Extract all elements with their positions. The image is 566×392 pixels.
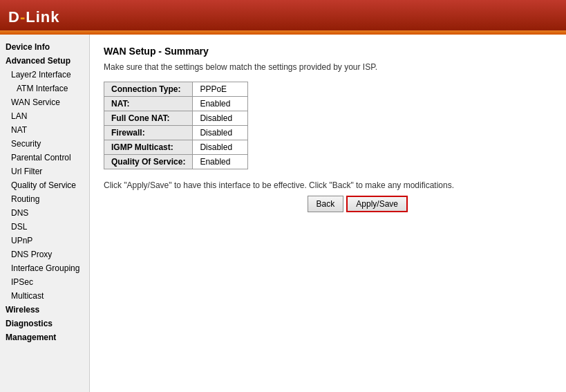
table-row: Quality Of Service:Enabled — [104, 155, 248, 169]
apply-save-button[interactable]: Apply/Save — [346, 196, 408, 212]
table-row: Firewall:Disabled — [104, 126, 248, 140]
sidebar-item-dsl[interactable]: DSL — [0, 220, 89, 234]
back-button[interactable]: Back — [308, 196, 344, 212]
sidebar-item-layer2-interface[interactable]: Layer2 Interface — [0, 68, 89, 82]
sidebar-item-upnp[interactable]: UPnP — [0, 234, 89, 248]
sidebar-item-wireless[interactable]: Wireless — [0, 303, 89, 317]
sidebar: Device InfoAdvanced SetupLayer2 Interfac… — [0, 35, 90, 392]
sidebar-item-atm-interface[interactable]: ATM Interface — [0, 82, 89, 95]
page-subtitle: Make sure that the settings below match … — [104, 62, 552, 72]
sidebar-item-security[interactable]: Security — [0, 137, 89, 151]
summary-table: Connection Type:PPPoENAT:EnabledFull Con… — [104, 82, 248, 169]
action-text: Click "Apply/Save" to have this interfac… — [104, 180, 552, 190]
sidebar-item-advanced-setup[interactable]: Advanced Setup — [0, 54, 89, 68]
sidebar-item-dns-proxy[interactable]: DNS Proxy — [0, 248, 89, 261]
sidebar-item-interface-grouping[interactable]: Interface Grouping — [0, 261, 89, 275]
sidebar-item-url-filter[interactable]: Url Filter — [0, 165, 89, 178]
table-cell-label: Quality Of Service: — [104, 155, 193, 169]
sidebar-item-multicast[interactable]: Multicast — [0, 289, 89, 303]
table-cell-label: Firewall: — [104, 126, 193, 140]
table-row: NAT:Enabled — [104, 97, 248, 111]
sidebar-item-parental-control[interactable]: Parental Control — [0, 151, 89, 165]
table-cell-label: Connection Type: — [104, 82, 193, 97]
sidebar-item-lan[interactable]: LAN — [0, 109, 89, 123]
sidebar-item-nat[interactable]: NAT — [0, 123, 89, 137]
sidebar-item-quality-of-service[interactable]: Quality of Service — [0, 178, 89, 192]
sidebar-item-dns[interactable]: DNS — [0, 206, 89, 220]
header: D-Link — [0, 0, 566, 35]
sidebar-item-device-info[interactable]: Device Info — [0, 40, 89, 54]
layout: Device InfoAdvanced SetupLayer2 Interfac… — [0, 35, 566, 392]
table-row: Connection Type:PPPoE — [104, 82, 248, 97]
sidebar-item-wan-service[interactable]: WAN Service — [0, 95, 89, 109]
table-cell-value: PPPoE — [193, 82, 248, 97]
table-cell-value: Enabled — [193, 155, 248, 169]
table-cell-value: Enabled — [193, 97, 248, 111]
button-row: Back Apply/Save — [104, 196, 408, 212]
table-cell-value: Disabled — [193, 140, 248, 155]
sidebar-item-diagnostics[interactable]: Diagnostics — [0, 317, 89, 330]
table-row: IGMP Multicast:Disabled — [104, 140, 248, 155]
table-cell-value: Disabled — [193, 111, 248, 126]
table-cell-value: Disabled — [193, 126, 248, 140]
table-cell-label: IGMP Multicast: — [104, 140, 193, 155]
sidebar-item-routing[interactable]: Routing — [0, 192, 89, 206]
main-content: WAN Setup - Summary Make sure that the s… — [90, 35, 566, 392]
table-cell-label: NAT: — [104, 97, 193, 111]
page-title: WAN Setup - Summary — [104, 46, 552, 57]
table-row: Full Cone NAT:Disabled — [104, 111, 248, 126]
table-cell-label: Full Cone NAT: — [104, 111, 193, 126]
sidebar-item-management[interactable]: Management — [0, 330, 89, 344]
sidebar-item-ipsec[interactable]: IPSec — [0, 275, 89, 289]
logo: D-Link — [8, 8, 59, 26]
